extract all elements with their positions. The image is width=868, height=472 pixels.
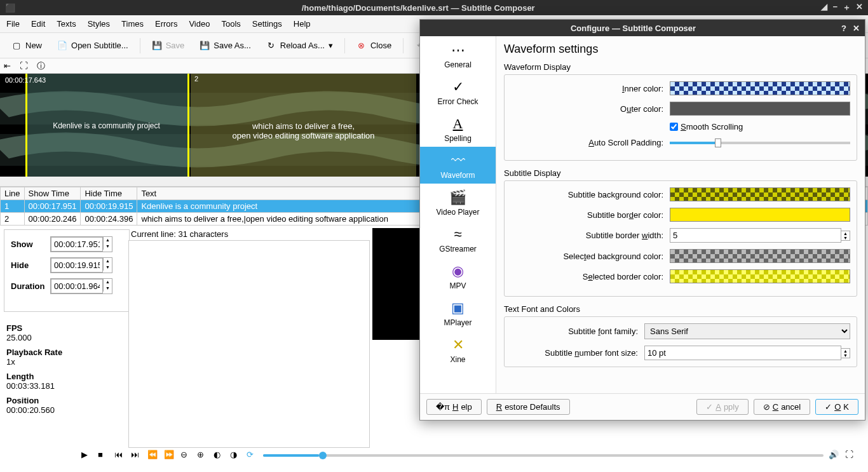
new-button[interactable]: ▢New <box>5 38 48 53</box>
sidebar-item-general[interactable]: ⋯General <box>420 36 496 73</box>
hide-input[interactable] <box>51 258 103 273</box>
menu-help[interactable]: Help <box>294 19 311 29</box>
dialog-titlebar: Configure — Subtitle Composer ? ✕ <box>420 20 865 36</box>
num-size-input[interactable] <box>644 346 841 360</box>
spin-up-icon[interactable]: ▲ <box>841 349 850 353</box>
sidebar-item-xine[interactable]: ✕Xine <box>420 331 496 368</box>
sub-bg-swatch[interactable] <box>670 187 850 201</box>
duration-spinbox[interactable]: ▲▼ <box>50 278 112 294</box>
hide-spinbox[interactable]: ▲▼ <box>50 257 112 273</box>
apply-button[interactable]: ✓ Apply <box>696 399 749 415</box>
length-value: 00:03:33.181 <box>6 381 121 391</box>
step-fwd-icon[interactable]: ⏩ <box>164 450 175 461</box>
skip-fwd-icon[interactable]: ⏭ <box>131 450 142 461</box>
subtitle-region-2[interactable]: 2 which aims to deliver a free,open vide… <box>191 74 416 177</box>
loop-icon[interactable]: ⟳ <box>247 450 258 461</box>
sel-border-swatch[interactable] <box>670 269 850 283</box>
spin-up-icon[interactable]: ▲ <box>103 237 112 243</box>
cancel-button[interactable]: ⊘ Cancel <box>754 399 810 415</box>
close-button[interactable]: ⊗Close <box>350 38 398 53</box>
step-back-icon[interactable]: ⏪ <box>147 450 159 461</box>
settings-heading: Waveform settings <box>504 43 857 56</box>
show-input[interactable] <box>51 237 103 252</box>
close-icon: ⊗ <box>356 41 367 51</box>
speed-up-icon[interactable]: ◑ <box>230 450 241 461</box>
region-end-marker[interactable] <box>187 74 189 177</box>
dropdown-icon[interactable]: ▾ <box>329 41 333 50</box>
subtitle-region-1[interactable]: Kdenlive is a community project <box>25 74 187 177</box>
stop-icon[interactable]: ■ <box>98 450 109 461</box>
saveas-button[interactable]: 💾Save As... <box>193 38 257 53</box>
window-titlebar: ⬛ /home/thiago/Documents/kdenlive.srt — … <box>0 0 868 15</box>
sel-bg-swatch[interactable] <box>670 249 850 263</box>
region-2-index: 2 <box>194 75 198 83</box>
save-button[interactable]: 💾Save <box>146 38 191 53</box>
smooth-scrolling-checkbox[interactable] <box>670 123 678 131</box>
sidebar-item-errorcheck[interactable]: ✓Error Check <box>420 73 496 110</box>
menu-tools[interactable]: Tools <box>221 19 240 29</box>
sidebar-item-mplayer[interactable]: ▣MPlayer <box>420 294 496 331</box>
menu-file[interactable]: File <box>6 19 20 29</box>
help-button[interactable]: �π Help <box>426 399 482 415</box>
open-button[interactable]: 📄Open Subtitle... <box>51 38 135 53</box>
fullscreen-icon[interactable]: ⛶ <box>845 450 857 461</box>
spin-up-icon[interactable]: ▲ <box>103 258 112 264</box>
zoom-out-icon[interactable]: ⊖ <box>180 450 192 461</box>
sidebar-item-videoplayer[interactable]: 🎬Video Player <box>420 184 496 220</box>
spin-down-icon[interactable]: ▼ <box>103 264 112 271</box>
sub-border-swatch[interactable] <box>670 208 850 222</box>
ok-button[interactable]: ✓ OK <box>815 399 858 415</box>
menu-styles[interactable]: Styles <box>88 19 110 29</box>
sidebar-item-gstreamer[interactable]: ≈GStreamer <box>420 220 496 257</box>
play-icon[interactable]: ▶ <box>81 450 93 461</box>
speed-down-icon[interactable]: ◐ <box>214 450 225 461</box>
restore-defaults-button[interactable]: Restore Defaults <box>487 399 570 415</box>
inner-color-swatch[interactable] <box>670 81 850 95</box>
menu-times[interactable]: Times <box>121 19 144 29</box>
font-family-select[interactable]: Sans Serif <box>644 323 850 339</box>
duration-input[interactable] <box>51 279 103 293</box>
dialog-sidebar: ⋯General ✓Error Check ASpelling 〰Wavefor… <box>420 36 496 393</box>
spin-up-icon[interactable]: ▲ <box>103 279 112 285</box>
spin-down-icon[interactable]: ▼ <box>103 243 112 250</box>
spin-down-icon[interactable]: ▼ <box>841 236 850 240</box>
sidebar-item-mpv[interactable]: ◉MPV <box>420 257 496 294</box>
app-icon: ⬛ <box>5 3 15 13</box>
pin-icon[interactable]: ◢ <box>821 2 827 13</box>
col-hide[interactable]: Hide Time <box>81 187 137 200</box>
close-window-icon[interactable]: ✕ <box>856 2 863 13</box>
menu-texts[interactable]: Texts <box>57 19 76 29</box>
anchor-start-icon[interactable]: ⇤ <box>4 61 11 71</box>
spin-down-icon[interactable]: ▼ <box>103 285 112 292</box>
dialog-help-icon[interactable]: ? <box>841 24 846 33</box>
check-icon: ✓ <box>423 78 493 96</box>
skip-back-icon[interactable]: ⏮ <box>114 450 126 461</box>
menu-settings[interactable]: Settings <box>252 19 282 29</box>
info-icon[interactable]: ⓘ <box>37 60 45 72</box>
dialog-close-icon[interactable]: ✕ <box>853 24 860 33</box>
spin-up-icon[interactable]: ▲ <box>841 231 850 236</box>
volume-icon[interactable]: 🔊 <box>829 450 840 461</box>
subtitle-text-editor[interactable] <box>128 240 370 448</box>
show-spinbox[interactable]: ▲▼ <box>50 236 112 252</box>
playhead-marker[interactable] <box>25 74 27 177</box>
spin-down-icon[interactable]: ▼ <box>841 353 850 358</box>
anchor-end-icon[interactable]: ⛶ <box>20 61 28 71</box>
reload-button[interactable]: ↻Reload As...▾ <box>260 38 339 53</box>
col-line[interactable]: Line <box>1 187 25 200</box>
autoscroll-slider[interactable] <box>670 142 850 144</box>
menu-video[interactable]: Video <box>189 19 210 29</box>
sidebar-item-spelling[interactable]: ASpelling <box>420 110 496 147</box>
maximize-icon[interactable]: ＋ <box>843 2 851 13</box>
sidebar-item-waveform[interactable]: 〰Waveform <box>420 147 496 184</box>
editor-panel: Current line: 31 characters <box>128 228 370 448</box>
menu-edit[interactable]: Edit <box>31 19 45 29</box>
outer-color-swatch[interactable] <box>670 102 850 116</box>
seek-slider[interactable] <box>263 454 824 457</box>
sub-width-input[interactable] <box>670 228 841 243</box>
minimize-icon[interactable]: − <box>832 2 837 13</box>
col-show[interactable]: Show Time <box>24 187 81 200</box>
zoom-in-icon[interactable]: ⊕ <box>197 450 208 461</box>
menu-errors[interactable]: Errors <box>155 19 177 29</box>
configure-dialog: Configure — Subtitle Composer ? ✕ ⋯Gener… <box>419 19 865 421</box>
